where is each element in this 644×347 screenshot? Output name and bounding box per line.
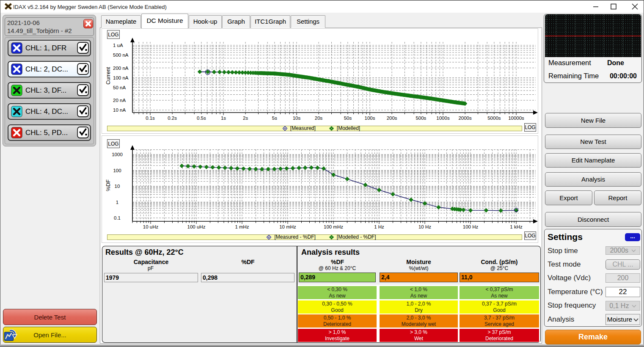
svg-text:10000s: 10000s <box>508 116 524 121</box>
svg-text:0.5s: 0.5s <box>197 116 206 121</box>
svg-text:20 nA: 20 nA <box>113 98 126 103</box>
svg-text:10 uHz: 10 uHz <box>143 224 159 229</box>
svg-text:10: 10 <box>115 184 120 189</box>
svg-text:200s: 200s <box>387 116 397 121</box>
svg-text:5000s: 5000s <box>487 116 501 121</box>
svg-text:10 nA: 10 nA <box>113 107 126 113</box>
svg-text:10 Hz: 10 Hz <box>418 224 431 229</box>
svg-text:1s: 1s <box>221 116 226 121</box>
svg-text:0.1: 0.1 <box>114 215 121 220</box>
svg-text:10 mHz: 10 mHz <box>279 224 296 229</box>
svg-text:100 mHz: 100 mHz <box>324 224 343 229</box>
svg-text:1 Hz: 1 Hz <box>374 224 384 229</box>
svg-text:1: 1 <box>116 200 118 205</box>
svg-text:100 uHz: 100 uHz <box>187 224 206 229</box>
svg-text:100 nA: 100 nA <box>113 75 129 80</box>
svg-text:200 nA: 200 nA <box>113 66 129 71</box>
svg-text:1 kHz: 1 kHz <box>510 224 523 229</box>
svg-text:Current: Current <box>105 67 111 85</box>
svg-text:500 nA: 500 nA <box>113 52 129 58</box>
svg-text:1000: 1000 <box>112 152 123 157</box>
svg-text:100: 100 <box>113 168 121 173</box>
svg-text:%DF: %DF <box>105 179 111 191</box>
svg-text:10s: 10s <box>293 116 301 121</box>
svg-text:5s: 5s <box>272 116 277 121</box>
svg-text:500s: 500s <box>416 116 426 121</box>
svg-text:50s: 50s <box>344 116 352 121</box>
svg-text:100 Hz: 100 Hz <box>463 224 479 229</box>
svg-text:20s: 20s <box>315 116 323 121</box>
svg-text:1000s: 1000s <box>436 116 450 121</box>
svg-text:1 uA: 1 uA <box>113 43 123 48</box>
svg-text:0.2s: 0.2s <box>168 116 177 121</box>
svg-text:0.1s: 0.1s <box>146 116 155 121</box>
svg-text:1 mHz: 1 mHz <box>235 224 249 229</box>
svg-text:50 nA: 50 nA <box>113 85 126 90</box>
svg-text:2000s: 2000s <box>458 116 472 121</box>
svg-text:2s: 2s <box>243 116 248 121</box>
svg-text:100s: 100s <box>365 116 375 121</box>
